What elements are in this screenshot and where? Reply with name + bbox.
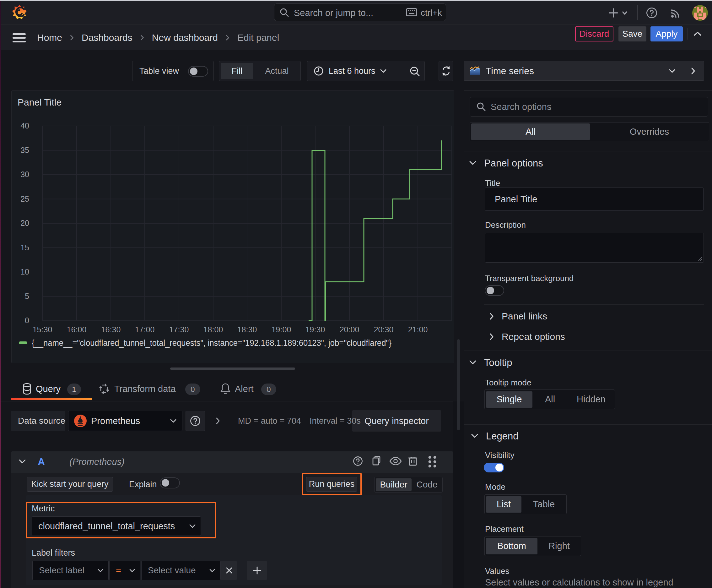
svg-text:25: 25 [20,194,29,203]
svg-text:10: 10 [20,267,29,276]
svg-text:20:30: 20:30 [374,325,394,334]
svg-text:0: 0 [25,316,29,325]
svg-text:20: 20 [20,218,29,227]
svg-text:16:30: 16:30 [101,325,121,334]
svg-text:18:00: 18:00 [203,325,223,334]
svg-text:21:00: 21:00 [408,325,428,334]
svg-text:16:00: 16:00 [67,325,87,334]
svg-text:5: 5 [25,292,29,300]
svg-text:19:30: 19:30 [305,325,325,334]
svg-text:15:30: 15:30 [33,325,52,334]
svg-text:19:00: 19:00 [272,325,291,334]
svg-text:35: 35 [20,146,29,154]
svg-text:30: 30 [20,170,29,179]
svg-text:{__name__="cloudflared_tunnel_: {__name__="cloudflared_tunnel_total_requ… [32,338,391,348]
svg-text:18:30: 18:30 [237,325,257,334]
svg-text:40: 40 [20,121,29,130]
svg-text:15: 15 [20,243,29,252]
svg-text:20:00: 20:00 [340,325,360,334]
svg-text:17:00: 17:00 [135,325,155,334]
svg-text:17:30: 17:30 [169,325,189,334]
